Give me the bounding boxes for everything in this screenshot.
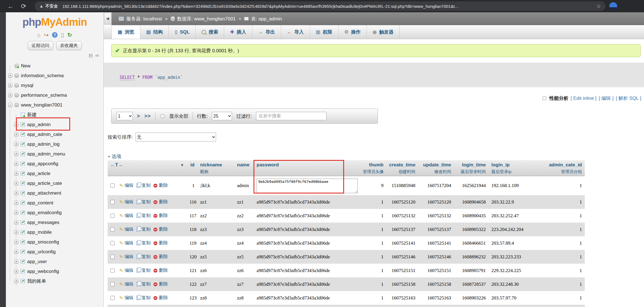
tab[interactable]: 导入: [281, 25, 310, 39]
edit-inline-link[interactable]: [ Edit inline ]: [570, 96, 596, 101]
tree-item[interactable]: + app_admin_log: [6, 139, 103, 149]
tree-item-label[interactable]: New: [21, 63, 30, 69]
edit-row-link[interactable]: ✎ 编辑: [119, 183, 133, 188]
copy-row-link[interactable]: 复制: [136, 183, 150, 188]
delete-row-link[interactable]: 删除: [153, 240, 168, 246]
column-name[interactable]: create_time: [389, 162, 415, 168]
rows-per-page-select[interactable]: 25: [212, 112, 232, 120]
tree-item[interactable]: + app_admin_menu: [6, 149, 103, 159]
next-page-link[interactable]: >: [137, 113, 140, 119]
tree-item[interactable]: + app_webconfig: [6, 266, 103, 276]
tree-expander-icon[interactable]: +: [14, 211, 18, 215]
tab[interactable]: 插入: [224, 25, 252, 39]
column-header[interactable]: id: [187, 160, 197, 176]
tree-item[interactable]: + mysql: [6, 81, 103, 90]
help-icon[interactable]: ?: [52, 32, 58, 38]
copy-row-link[interactable]: 复制: [136, 268, 150, 273]
delete-row-link[interactable]: 删除: [153, 226, 168, 232]
sort-by-key-select[interactable]: 无: [136, 133, 216, 141]
delete-row-link[interactable]: 删除: [153, 281, 168, 287]
tree-expander-icon[interactable]: +: [14, 250, 18, 254]
tab[interactable]: 导出: [252, 25, 281, 39]
row-select-checkbox[interactable]: [110, 227, 115, 232]
edit-link[interactable]: [ 编辑 ]: [599, 95, 614, 101]
filter-rows-input[interactable]: [256, 112, 326, 120]
tree-item-label[interactable]: app_admin_cate: [27, 132, 62, 137]
tree-item-label[interactable]: www_honglian7001: [21, 102, 62, 108]
refresh-icon[interactable]: ⟳: [21, 0, 26, 12]
tree-item[interactable]: + app_messages: [6, 218, 103, 227]
column-header[interactable]: name: [234, 160, 254, 176]
column-name[interactable]: admin_cate_id: [545, 162, 582, 168]
tree-item[interactable]: + app_attachment: [6, 188, 103, 198]
favorite-tables-button[interactable]: 表收藏夹: [56, 41, 82, 50]
tree-expander-icon[interactable]: +: [14, 171, 18, 176]
tree-item-label[interactable]: app_content: [27, 200, 53, 206]
row-select-checkbox[interactable]: [110, 200, 115, 204]
tree-expander-icon[interactable]: +: [8, 93, 12, 97]
tree-item-label[interactable]: performance_schema: [21, 93, 67, 98]
url-text[interactable]: 192.168.1.111:888/phpmyadmin_58130c13e1d…: [62, 4, 593, 9]
tree-expander-icon[interactable]: +: [14, 240, 18, 244]
delete-row-link[interactable]: 删除: [153, 213, 168, 219]
column-header[interactable]: nickname 昵称: [197, 160, 234, 176]
tree-item[interactable]: − www_honglian7001: [6, 100, 103, 110]
tree-item[interactable]: + information_schema: [6, 71, 103, 81]
tree-item-label[interactable]: app_appconfig: [27, 161, 58, 167]
delete-row-link[interactable]: 删除: [153, 295, 168, 301]
breadcrumb-table[interactable]: 表: app_admin: [251, 16, 282, 22]
sort-direction-glyph[interactable]: ←T→: [110, 162, 123, 168]
tree-item-label[interactable]: app_article: [27, 171, 50, 176]
tree-item[interactable]: + performance_schema: [6, 90, 103, 100]
copy-row-link[interactable]: 复制: [136, 199, 150, 205]
copy-row-link[interactable]: 复制: [136, 226, 150, 232]
breadcrumb-database[interactable]: 数据库: www_honglian7001: [177, 16, 236, 22]
docs-icon[interactable]: ▯: [61, 32, 64, 38]
row-select-checkbox[interactable]: [110, 241, 115, 245]
row-select-checkbox[interactable]: [110, 282, 115, 286]
delete-row-link[interactable]: 删除: [153, 268, 168, 273]
row-select-checkbox[interactable]: [110, 183, 115, 188]
recent-tables-button[interactable]: 近期访问: [28, 41, 53, 50]
row-select-checkbox[interactable]: [110, 268, 115, 273]
tree-expander-icon[interactable]: +: [14, 220, 18, 225]
tab[interactable]: 触发器: [367, 25, 400, 39]
tree-item-label[interactable]: 我的账单: [27, 278, 46, 284]
options-toggle-link[interactable]: + 选项: [108, 153, 121, 160]
collapse-navigation-button[interactable]: ◄: [104, 13, 111, 25]
copy-row-link[interactable]: 复制: [136, 213, 150, 219]
row-select-checkbox[interactable]: [110, 255, 115, 259]
tree-expander-icon[interactable]: +: [14, 162, 18, 166]
tree-item-label[interactable]: app_mobile: [27, 230, 52, 235]
tab[interactable]: 浏览: [112, 25, 140, 39]
copy-row-link[interactable]: 复制: [136, 281, 150, 287]
tree-item[interactable]: + app_content: [6, 198, 103, 208]
column-header[interactable]: admin_cate_id 管理员分组: [542, 160, 585, 176]
column-name[interactable]: login_time: [457, 162, 486, 168]
column-header[interactable]: thumb 管理员头像: [360, 160, 386, 176]
tree-expander-icon[interactable]: −: [8, 103, 12, 107]
column-header[interactable]: login_ip 最后登录ip: [489, 160, 542, 176]
tree-expander-icon[interactable]: +: [8, 83, 12, 88]
column-name[interactable]: nickname: [200, 162, 231, 168]
tree-expander-icon[interactable]: +: [14, 191, 18, 195]
tree-item-label[interactable]: app_attachment: [27, 190, 61, 196]
tree-item[interactable]: + app_urlconfig: [6, 247, 103, 257]
edit-row-link[interactable]: ✎ 编辑: [119, 240, 133, 246]
tree-expander-icon[interactable]: +: [14, 152, 18, 156]
delete-row-link[interactable]: 删除: [153, 199, 168, 205]
tree-expander-icon[interactable]: +: [14, 132, 18, 136]
sort-caret-icon[interactable]: ▼: [180, 163, 184, 167]
tree-item-label[interactable]: app_article_cate: [27, 181, 62, 186]
column-name[interactable]: thumb: [363, 162, 383, 168]
column-header[interactable]: create_time 创建时间: [386, 160, 418, 176]
phpmyadmin-logo[interactable]: phpMyAdmin: [6, 12, 103, 28]
column-name[interactable]: name: [237, 162, 251, 168]
tree-item-label[interactable]: information_schema: [21, 73, 64, 79]
tab[interactable]: SQL: [169, 25, 196, 39]
collapse-all-icon[interactable]: ⊟: [89, 53, 93, 59]
tree-item-label[interactable]: app_emailconfig: [27, 210, 62, 216]
tab[interactable]: 操作: [338, 25, 367, 39]
breadcrumb-server[interactable]: 服务器: localhost: [126, 16, 162, 22]
edit-row-link[interactable]: ✎ 编辑: [119, 254, 133, 260]
